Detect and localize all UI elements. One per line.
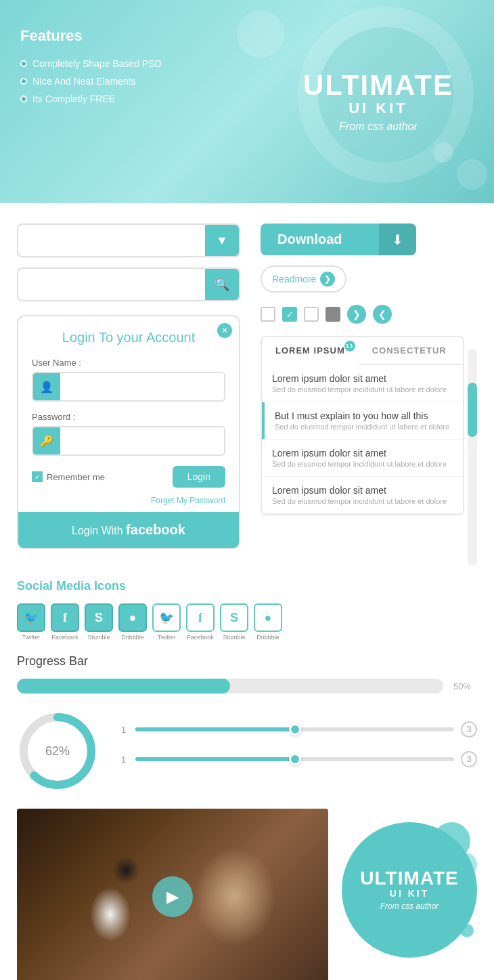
checkbox-empty-2[interactable] <box>304 307 319 322</box>
password-input[interactable] <box>60 427 224 454</box>
deco-circle-medium <box>237 10 284 58</box>
readmore-arrow-icon: ❯ <box>320 272 335 286</box>
dropdown-input[interactable]: ▼ <box>17 223 240 257</box>
tab-list-item-2[interactable]: But I must explain to you how all this S… <box>262 402 463 440</box>
facebook-icon-2[interactable]: f <box>186 603 215 632</box>
slider-1-track[interactable] <box>135 727 454 731</box>
username-input[interactable] <box>60 373 224 400</box>
progress-title: Progress Bar <box>17 654 477 668</box>
download-btn-wrap: Download ⬇ <box>261 223 416 255</box>
login-footer: ✓ Remember me Login <box>32 466 225 488</box>
lower-section: 62% 1 3 1 3 <box>17 710 477 792</box>
social-title: Social Media Icons <box>17 579 477 593</box>
remember-me[interactable]: ✓ Remember me <box>32 471 105 482</box>
slider-1-max: 3 <box>461 721 477 738</box>
username-input-wrap[interactable]: 👤 <box>32 372 225 402</box>
social-twitter-2: 🐦 Twitter <box>152 603 181 641</box>
login-button[interactable]: Login <box>173 466 225 488</box>
nav-prev-button[interactable]: ❮ <box>373 305 392 324</box>
video-thumbnail: ▶ <box>17 809 328 980</box>
slider-2-row: 1 3 <box>118 751 477 767</box>
download-icon-button[interactable]: ⬇ <box>379 223 416 255</box>
search-input-wrap[interactable]: 🔍 <box>17 268 240 301</box>
video-section: ▶ ▶ Lorem ipsum dolor sit amet consectet… <box>17 809 477 980</box>
readmore-label: Readmore <box>272 274 316 284</box>
scrollbar-thumb[interactable] <box>468 383 477 437</box>
dropdown-field[interactable] <box>18 235 205 246</box>
facebook-login-button[interactable]: Login With facebook <box>18 512 239 548</box>
right-section: Download ⬇ Readmore ❯ ✓ ❯ ❮ <box>261 223 477 566</box>
slider-2-track[interactable] <box>135 757 454 761</box>
remember-checkbox[interactable]: ✓ <box>32 471 43 482</box>
social-stumble-2: S Stumble <box>220 603 248 641</box>
header-section: Features Completely Shape Based PSD NIce… <box>0 0 494 203</box>
twitter-icon-1[interactable]: 🐦 <box>17 603 45 632</box>
social-dribbble-2: ● Dribbble <box>254 603 282 641</box>
facebook-login-text: Login With <box>72 525 126 536</box>
circular-progress: 62% <box>17 710 98 792</box>
tab-header: LOREM IPSUM 11 CONSECTETUR <box>262 337 463 365</box>
user-icon: 👤 <box>33 373 60 400</box>
deco-circle-small <box>457 159 487 190</box>
brand-uikit: UI KIT <box>303 100 453 117</box>
readmore-button[interactable]: Readmore ❯ <box>261 265 346 293</box>
checkbox-dark[interactable] <box>325 307 340 322</box>
feature-dot-2 <box>20 78 27 85</box>
two-col-layout: ▼ 🔍 ✕ Login To your Account User Name : … <box>17 223 477 566</box>
slider-1-min: 1 <box>118 725 129 735</box>
social-dribbble-1: ● Dribbble <box>118 603 147 641</box>
search-field[interactable] <box>18 279 205 290</box>
login-card: ✕ Login To your Account User Name : 👤 Pa… <box>17 315 240 549</box>
slider-2-max: 3 <box>461 751 477 767</box>
progress-bar-fill <box>17 679 230 694</box>
slider-1-thumb[interactable] <box>289 723 301 736</box>
tab-consectetur[interactable]: CONSECTETUR <box>359 337 460 364</box>
dribbble-icon-2[interactable]: ● <box>254 603 282 632</box>
video-play-button[interactable]: ▶ <box>152 876 193 917</box>
left-column: ▼ 🔍 ✕ Login To your Account User Name : … <box>17 223 240 566</box>
stumble-icon-2[interactable]: S <box>220 603 248 632</box>
deco-circle-tiny <box>433 142 453 163</box>
search-button[interactable]: 🔍 <box>205 268 239 301</box>
progress-bar-wrap: 50% <box>17 679 477 694</box>
password-label: Password : <box>32 412 225 422</box>
social-stumble-1: S Stumble <box>85 603 113 641</box>
tab-list-item-1[interactable]: Lorem ipsum dolor sit amet Sed do eiusmo… <box>262 365 463 402</box>
brand-from: From css author <box>303 121 453 133</box>
checkbox-empty-1[interactable] <box>261 307 275 322</box>
nav-next-button[interactable]: ❯ <box>347 305 366 324</box>
checkboxes-row: ✓ ❯ ❮ <box>261 305 464 324</box>
checkbox-checked[interactable]: ✓ <box>282 307 297 322</box>
social-icons-row: 🐦 Twitter f Facebook S Stumble ● Dribbbl… <box>17 603 477 641</box>
feature-dot-1 <box>20 60 27 67</box>
sliders-col: 1 3 1 3 <box>118 721 477 781</box>
forgot-password-link[interactable]: Forget My Password <box>32 496 225 505</box>
stumble-icon-1[interactable]: S <box>85 603 113 632</box>
facebook-bold: facebook <box>126 522 185 537</box>
twitter-icon-2[interactable]: 🐦 <box>152 603 181 632</box>
dropdown-button[interactable]: ▼ <box>205 223 239 257</box>
social-facebook-1: f Facebook <box>51 603 79 641</box>
lock-icon: 🔑 <box>33 427 60 454</box>
tab-list-item-4[interactable]: Lorem ipsum dolor sit amet Sed do eiusmo… <box>262 477 463 514</box>
video-player: ▶ ▶ Lorem ipsum dolor sit amet consectet… <box>17 809 328 980</box>
slider-2-fill <box>135 757 295 761</box>
login-title: Login To your Account <box>32 330 225 345</box>
main-content: ▼ 🔍 ✕ Login To your Account User Name : … <box>0 203 494 980</box>
progress-bar-track <box>17 679 443 694</box>
social-section: Social Media Icons 🐦 Twitter f Facebook … <box>17 579 477 641</box>
circular-percent: 62% <box>45 744 70 759</box>
tab-list-item-3[interactable]: Lorem ipsum dolor sit amet Sed do eiusmo… <box>262 440 463 477</box>
tab-badge: 11 <box>344 341 355 351</box>
login-close-button[interactable]: ✕ <box>217 323 232 338</box>
dribbble-icon-1[interactable]: ● <box>118 603 147 632</box>
facebook-icon-1[interactable]: f <box>51 603 79 632</box>
brand-bubble-wrap: ULTIMATE UI KIT From css author <box>342 822 477 958</box>
tab-lorem-ipsum[interactable]: LOREM IPSUM 11 <box>262 337 359 365</box>
download-button[interactable]: Download <box>261 223 379 255</box>
scrollbar-track[interactable] <box>468 349 477 566</box>
tab-container: LOREM IPSUM 11 CONSECTETUR Lorem ipsum d… <box>261 336 464 515</box>
progress-label: 50% <box>453 681 477 691</box>
slider-2-thumb[interactable] <box>289 753 301 765</box>
password-input-wrap[interactable]: 🔑 <box>32 426 225 456</box>
